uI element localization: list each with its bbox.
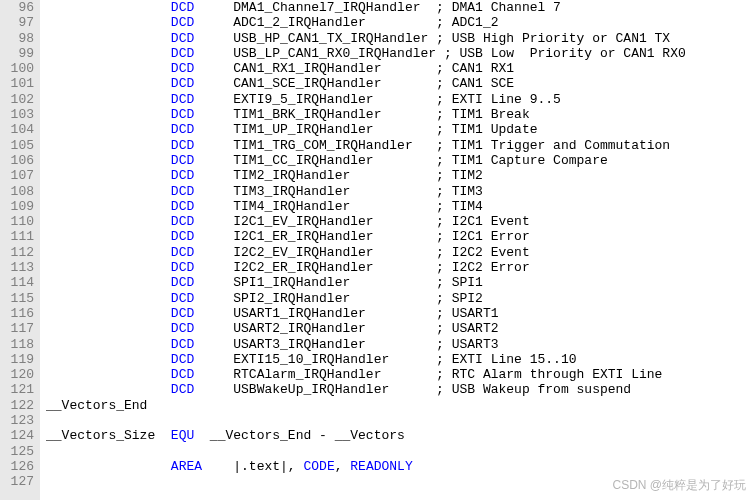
comment-text: TIM1 Trigger and Commutation <box>452 138 670 153</box>
directive-keyword: DCD <box>171 337 194 352</box>
space <box>194 46 233 61</box>
symbol-name: TIM4_IRQHandler <box>233 199 436 214</box>
line-number: 101 <box>6 76 34 91</box>
code-line <box>46 444 754 459</box>
comment-text: USART2 <box>452 321 499 336</box>
line-number: 108 <box>6 184 34 199</box>
line-number: 127 <box>6 474 34 489</box>
symbol-name: TIM2_IRQHandler <box>233 168 436 183</box>
space <box>194 214 233 229</box>
code-line: __Vectors_End <box>46 398 754 413</box>
line-number-gutter: 9697989910010110210310410510610710810911… <box>0 0 40 500</box>
line-number: 118 <box>6 337 34 352</box>
space <box>194 153 233 168</box>
line-number: 111 <box>6 229 34 244</box>
directive-keyword: DCD <box>171 107 194 122</box>
comment-text: EXTI Line 15..10 <box>452 352 577 367</box>
line-number: 100 <box>6 61 34 76</box>
comment-start: ; <box>436 184 452 199</box>
line-number: 109 <box>6 199 34 214</box>
space <box>194 92 233 107</box>
comment-text: CAN1 SCE <box>452 76 514 91</box>
line-number: 97 <box>6 15 34 30</box>
line-number: 98 <box>6 31 34 46</box>
line-number: 117 <box>6 321 34 336</box>
directive-keyword: DCD <box>171 321 194 336</box>
directive-keyword: DCD <box>171 122 194 137</box>
code-line: DCD I2C1_ER_IRQHandler ; I2C1 Error <box>46 229 754 244</box>
comment-text: USART3 <box>452 337 499 352</box>
directive-keyword: DCD <box>171 245 194 260</box>
comment-start: ; <box>436 168 452 183</box>
code-line: __Vectors_Size EQU __Vectors_End - __Vec… <box>46 428 754 443</box>
symbol-name: __Vectors_End - __Vectors <box>210 428 405 443</box>
code-line: DCD TIM1_UP_IRQHandler ; TIM1 Update <box>46 122 754 137</box>
space <box>194 428 210 443</box>
space <box>194 199 233 214</box>
line-number: 123 <box>6 413 34 428</box>
space <box>194 321 233 336</box>
line-number: 107 <box>6 168 34 183</box>
comment-text: TIM4 <box>452 199 483 214</box>
indent <box>46 168 171 183</box>
comment-start: ; <box>436 275 452 290</box>
indent <box>46 46 171 61</box>
comment-text: SPI1 <box>452 275 483 290</box>
comment-start: ; <box>436 15 452 30</box>
line-number: 99 <box>6 46 34 61</box>
directive-keyword: DCD <box>171 46 194 61</box>
directive-keyword: DCD <box>171 31 194 46</box>
comment-text: I2C1 Event <box>452 214 530 229</box>
directive-keyword: DCD <box>171 382 194 397</box>
space <box>194 275 233 290</box>
comment-text: USB High Priority or CAN1 TX <box>452 31 670 46</box>
symbol-name: TIM1_UP_IRQHandler <box>233 122 436 137</box>
code-line: DCD TIM1_BRK_IRQHandler ; TIM1 Break <box>46 107 754 122</box>
indent <box>46 382 171 397</box>
code-line: DCD I2C2_ER_IRQHandler ; I2C2 Error <box>46 260 754 275</box>
comment-start: ; <box>436 260 452 275</box>
symbol-name: EXTI15_10_IRQHandler <box>233 352 436 367</box>
comment-start: ; <box>436 153 452 168</box>
comment-start: ; <box>436 306 452 321</box>
space <box>194 31 233 46</box>
space <box>194 245 233 260</box>
symbol-name: SPI1_IRQHandler <box>233 275 436 290</box>
symbol-name: CAN1_SCE_IRQHandler <box>233 76 436 91</box>
code-line: DCD USART1_IRQHandler ; USART1 <box>46 306 754 321</box>
comment-text: I2C1 Error <box>452 229 530 244</box>
code-line: DCD EXTI9_5_IRQHandler ; EXTI Line 9..5 <box>46 92 754 107</box>
indent <box>46 260 171 275</box>
space <box>194 122 233 137</box>
symbol-name: ADC1_2_IRQHandler <box>233 15 436 30</box>
code-line: DCD TIM2_IRQHandler ; TIM2 <box>46 168 754 183</box>
comment-start: ; <box>436 61 452 76</box>
comment-start: ; <box>436 291 452 306</box>
line-number: 105 <box>6 138 34 153</box>
symbol-name: SPI2_IRQHandler <box>233 291 436 306</box>
code-line: DCD CAN1_RX1_IRQHandler ; CAN1 RX1 <box>46 61 754 76</box>
indent <box>46 275 171 290</box>
symbol-name: |.text|, <box>233 459 303 474</box>
comment-start: ; <box>436 31 452 46</box>
comment-text: USB Wakeup from suspend <box>452 382 631 397</box>
symbol-name: EXTI9_5_IRQHandler <box>233 92 436 107</box>
comment-start: ; <box>436 382 452 397</box>
space <box>194 107 233 122</box>
symbol-name: USART2_IRQHandler <box>233 321 436 336</box>
space <box>194 61 233 76</box>
symbol-name: TIM1_BRK_IRQHandler <box>233 107 436 122</box>
space <box>194 337 233 352</box>
symbol-name: I2C2_ER_IRQHandler <box>233 260 436 275</box>
space <box>194 367 233 382</box>
code-line: DCD I2C2_EV_IRQHandler ; I2C2 Event <box>46 245 754 260</box>
code-line: DCD RTCAlarm_IRQHandler ; RTC Alarm thro… <box>46 367 754 382</box>
line-number: 124 <box>6 428 34 443</box>
comment-start: ; <box>436 245 452 260</box>
line-number: 119 <box>6 352 34 367</box>
directive-keyword: DCD <box>171 260 194 275</box>
line-number: 103 <box>6 107 34 122</box>
indent <box>46 245 171 260</box>
indent: __Vectors_Size <box>46 428 171 443</box>
keyword: CODE <box>303 459 334 474</box>
